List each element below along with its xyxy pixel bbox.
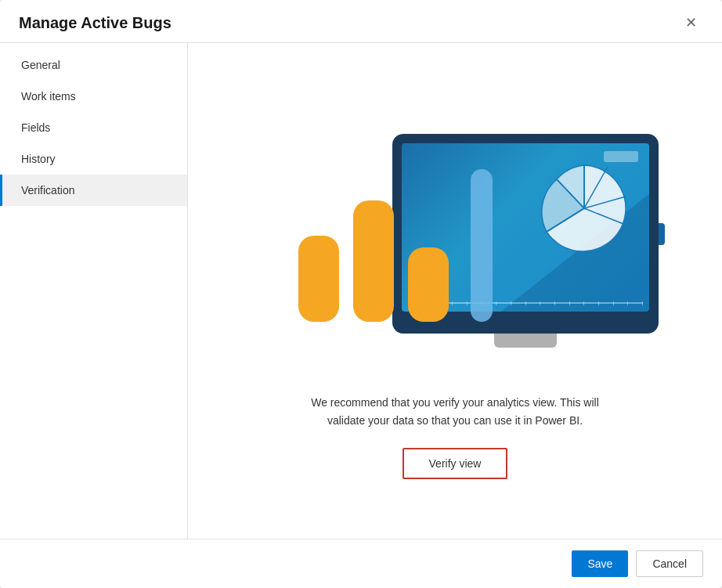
sidebar-item-verification[interactable]: Verification (0, 175, 187, 206)
dialog-footer: Save Cancel (0, 539, 722, 588)
sidebar: General Work items Fields History Verifi… (0, 43, 188, 539)
dialog-header: Manage Active Bugs ✕ (0, 0, 722, 43)
sidebar-item-history[interactable]: History (0, 143, 187, 175)
sidebar-item-fields[interactable]: Fields (0, 112, 187, 143)
bar-3 (408, 247, 449, 322)
description-text: We recommend that you verify your analyt… (298, 394, 612, 429)
dialog-title: Manage Active Bugs (19, 14, 171, 32)
sidebar-item-work-items[interactable]: Work items (0, 81, 187, 112)
bar-1 (298, 236, 339, 322)
tablet-side-button (659, 223, 665, 245)
main-content: We recommend that you verify your analyt… (188, 43, 722, 539)
pie-chart (533, 157, 635, 259)
bar-thin (471, 169, 493, 322)
save-button[interactable]: Save (572, 550, 628, 577)
bars-chart (298, 169, 493, 322)
cancel-button[interactable]: Cancel (636, 550, 703, 577)
tablet-stand (494, 334, 557, 348)
dialog: Manage Active Bugs ✕ General Work items … (0, 0, 722, 588)
close-button[interactable]: ✕ (679, 13, 703, 33)
bar-2 (353, 200, 394, 322)
verify-view-button[interactable]: Verify view (403, 448, 508, 479)
dialog-body: General Work items Fields History Verifi… (0, 43, 722, 539)
illustration (251, 103, 659, 369)
sidebar-item-general[interactable]: General (0, 49, 187, 81)
